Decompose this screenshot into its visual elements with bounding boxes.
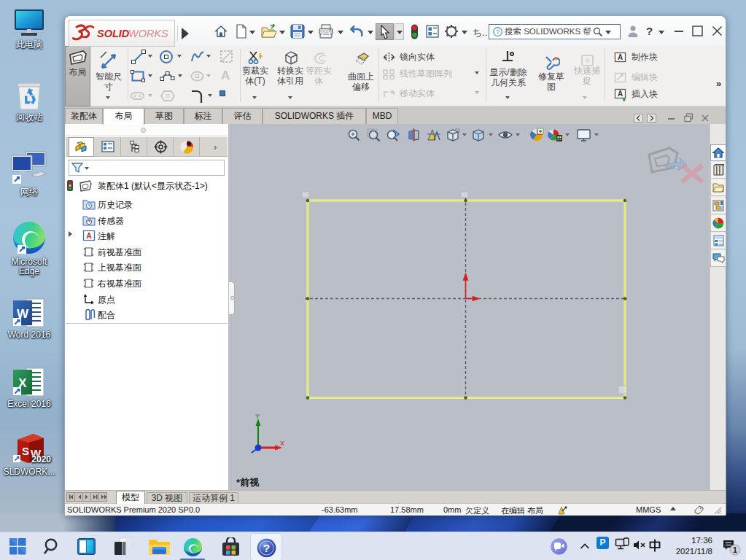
svg-text:A: A [86, 231, 92, 240]
svg-text:A: A [618, 53, 623, 61]
svg-text:1: 1 [733, 545, 737, 554]
svg-text:S: S [22, 445, 29, 457]
svg-text:SOLID: SOLID [97, 28, 130, 39]
svg-text:A: A [618, 90, 623, 98]
svg-text:?: ? [496, 28, 500, 36]
svg-text:?: ? [263, 542, 270, 554]
svg-text:X: X [280, 440, 284, 447]
svg-text:Y: Y [255, 413, 260, 420]
svg-text:WORKS: WORKS [128, 28, 168, 39]
